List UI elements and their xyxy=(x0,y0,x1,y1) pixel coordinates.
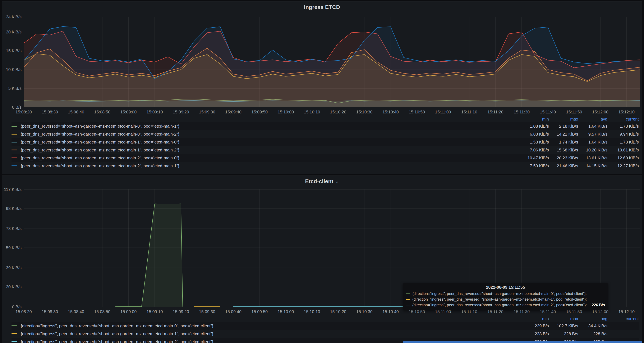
tooltip-series-label: {direction="ingress", peer_dns_reversed=… xyxy=(412,297,587,302)
legend-row: {peer_dns_reversed="shoot--ash-garden--m… xyxy=(12,122,639,130)
stat-min: 229 B/s xyxy=(520,324,549,328)
series-label[interactable]: {peer_dns_reversed="shoot--ash-garden--m… xyxy=(21,140,520,145)
legend-row: {peer_dns_reversed="shoot--ash-garden--m… xyxy=(12,154,639,162)
stat-current: 12.27 KiB/s xyxy=(608,164,639,168)
panel-etcd-client: Etcd-client ⌄ 117 KiB/s98 KiB/s78 KiB/s5… xyxy=(2,175,642,343)
scrollbar-thumb[interactable] xyxy=(403,341,642,343)
x-axis-label: 15:10:00 xyxy=(278,110,294,114)
series-label[interactable]: {peer_dns_reversed="shoot--ash-garden--m… xyxy=(21,148,520,152)
panel-title[interactable]: Etcd-client xyxy=(305,178,333,185)
series-label[interactable]: {peer_dns_reversed="shoot--ash-garden--m… xyxy=(21,124,520,129)
legend-table: minmaxavgcurrent{direction="ingress", pe… xyxy=(4,316,640,343)
chart-plot-area[interactable] xyxy=(24,17,640,107)
chart-area: 24 KiB/s20 KiB/s15 KiB/s10 KiB/s5 KiB/s0… xyxy=(4,17,640,107)
chevron-down-icon[interactable]: ⌄ xyxy=(335,179,339,184)
tooltip-timestamp: 2022-06-09 15:11:55 xyxy=(406,285,605,290)
legend-column-max[interactable]: max xyxy=(549,317,578,321)
stat-avg: 34.4 KiB/s xyxy=(578,324,608,328)
legend-row: {peer_dns_reversed="shoot--ash-garden--m… xyxy=(12,146,639,154)
series-color-dash xyxy=(406,299,410,300)
series-label[interactable]: {peer_dns_reversed="shoot--ash-garden--m… xyxy=(21,132,520,137)
stat-current: 1.73 KiB/s xyxy=(608,140,639,145)
stat-max: 14.21 KiB/s xyxy=(549,132,578,137)
legend-column-current[interactable]: current xyxy=(608,117,639,122)
series-label[interactable]: {peer_dns_reversed="shoot--ash-garden--m… xyxy=(21,164,520,168)
x-axis-label: 15:08:30 xyxy=(42,110,58,114)
series-color-dash xyxy=(12,157,17,158)
series-color-dash xyxy=(12,142,17,142)
stat-current: 1.73 KiB/s xyxy=(608,124,639,129)
x-axis-label: 15:09:00 xyxy=(120,309,137,314)
x-axis-label: 15:12:00 xyxy=(592,110,608,114)
series-color-dash xyxy=(12,134,17,134)
y-axis: 24 KiB/s20 KiB/s15 KiB/s10 KiB/s5 KiB/s0… xyxy=(4,17,24,107)
panel-title[interactable]: Ingress ETCD xyxy=(304,4,340,10)
y-axis-label: 20 KiB/s xyxy=(6,30,22,34)
panel-header[interactable]: Etcd-client ⌄ xyxy=(4,177,640,186)
legend-column-avg[interactable]: avg xyxy=(578,317,608,321)
legend-column-max[interactable]: max xyxy=(549,117,578,122)
stat-current: 12.60 KiB/s xyxy=(608,156,639,160)
legend-column-min[interactable]: min xyxy=(520,117,549,122)
x-axis-label: 15:09:00 xyxy=(120,110,137,114)
x-axis-label: 15:11:10 xyxy=(461,110,477,114)
series-color-dash xyxy=(12,341,17,342)
series-color-dash xyxy=(12,150,17,150)
stat-min: 228 B/s xyxy=(520,332,549,336)
panel-header[interactable]: Ingress ETCD xyxy=(4,3,640,11)
y-axis-label: 59 KiB/s xyxy=(6,246,22,250)
x-axis-label: 15:09:40 xyxy=(225,110,242,114)
series-label[interactable]: {peer_dns_reversed="shoot--ash-garden--m… xyxy=(21,156,520,160)
x-axis-label: 15:10:40 xyxy=(382,309,399,314)
y-axis-label: 117 KiB/s xyxy=(4,187,22,192)
stat-max: 21.46 KiB/s xyxy=(549,164,578,168)
x-axis-label: 15:10:20 xyxy=(330,110,346,114)
y-axis-label: 98 KiB/s xyxy=(6,206,22,211)
stat-min: 1.53 KiB/s xyxy=(520,140,549,145)
x-axis-label: 15:10:10 xyxy=(304,309,320,314)
series-color-dash xyxy=(406,305,410,305)
legend-column-min[interactable]: min xyxy=(520,317,549,321)
legend-header-row: minmaxavgcurrent xyxy=(12,316,639,322)
x-axis-label: 15:10:00 xyxy=(278,309,294,314)
stat-min: 10.47 KiB/s xyxy=(520,156,549,160)
stat-avg: 9.57 KiB/s xyxy=(578,132,608,137)
x-axis-label: 15:12:10 xyxy=(618,309,634,314)
tooltip-series-row: {direction="ingress", peer_dns_reversed=… xyxy=(406,291,605,297)
x-axis-label: 15:08:50 xyxy=(94,309,110,314)
x-axis-label: 15:09:30 xyxy=(199,110,215,114)
legend-row: {peer_dns_reversed="shoot--ash-garden--m… xyxy=(12,138,639,146)
y-axis-label: 0 B/s xyxy=(12,305,22,309)
series-color-dash xyxy=(406,294,410,294)
legend-column-current[interactable]: current xyxy=(608,317,639,321)
legend-header-row: minmaxavgcurrent xyxy=(12,116,639,122)
stat-min: 7.59 KiB/s xyxy=(520,164,549,168)
x-axis-label: 15:11:00 xyxy=(435,110,451,114)
x-axis-label: 15:09:10 xyxy=(146,110,163,114)
tooltip-series-label: {direction="ingress", peer_dns_reversed=… xyxy=(412,303,587,307)
y-axis-label: 10 KiB/s xyxy=(6,67,22,72)
y-axis-label: 15 KiB/s xyxy=(6,48,22,53)
x-axis-label: 15:08:40 xyxy=(68,309,84,314)
series-color-dash xyxy=(12,326,17,326)
legend-row: {direction="ingress", peer_dns_reversed=… xyxy=(12,322,639,330)
x-axis-label: 15:11:20 xyxy=(488,110,503,114)
stat-max: 1.74 KiB/s xyxy=(549,140,578,145)
x-axis-label: 15:11:40 xyxy=(540,110,556,114)
stat-min: 1.08 KiB/s xyxy=(520,124,549,129)
x-axis-label: 15:11:30 xyxy=(514,110,530,114)
series-label[interactable]: {direction="ingress", peer_dns_reversed=… xyxy=(21,332,520,336)
x-axis-label: 15:10:10 xyxy=(304,110,320,114)
y-axis-label: 5 KiB/s xyxy=(8,86,22,91)
x-axis-label: 15:10:40 xyxy=(382,110,399,114)
x-axis-label: 15:08:40 xyxy=(68,110,84,114)
tooltip-series-row: {direction="ingress", peer_dns_reversed=… xyxy=(406,297,605,302)
legend-column-avg[interactable]: avg xyxy=(578,117,608,122)
x-axis-label: 15:10:30 xyxy=(356,110,372,114)
x-axis-label: 15:11:50 xyxy=(566,110,582,114)
series-label[interactable]: {direction="ingress", peer_dns_reversed=… xyxy=(21,324,520,328)
tooltip: 2022-06-09 15:11:55 {direction="ingress"… xyxy=(403,283,608,310)
x-axis-label: 15:09:50 xyxy=(251,309,268,314)
stat-current: 9.94 KiB/s xyxy=(608,132,639,137)
stat-avg: 1.64 KiB/s xyxy=(578,140,608,145)
